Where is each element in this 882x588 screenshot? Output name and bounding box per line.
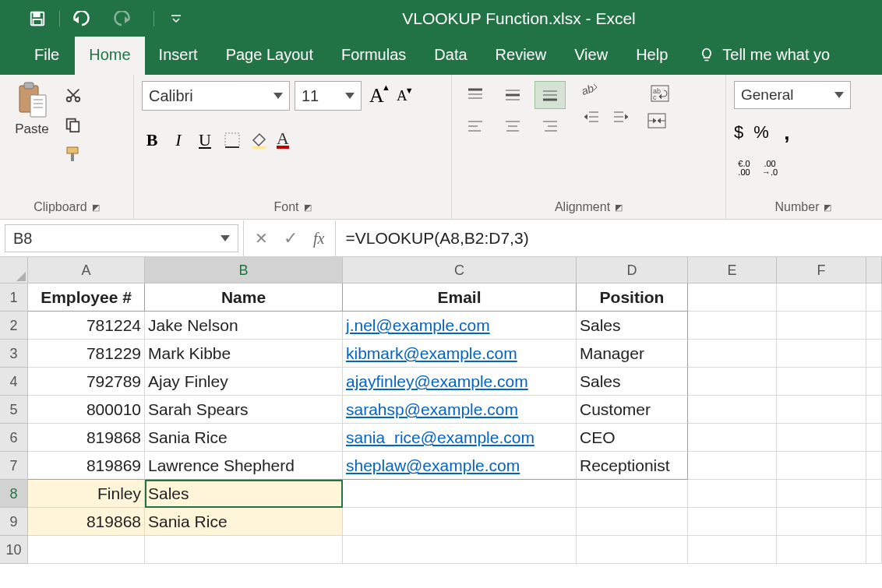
cell-C1[interactable]: Email xyxy=(343,283,577,312)
col-header-C[interactable]: C xyxy=(343,257,577,283)
cell-C2[interactable]: j.nel@example.com xyxy=(343,312,577,340)
cell-A8[interactable]: Finley xyxy=(28,480,145,508)
cell-C3[interactable]: kibmark@example.com xyxy=(343,340,577,368)
cell-B3[interactable]: Mark Kibbe xyxy=(145,340,343,368)
font-launcher-icon[interactable]: ◩ xyxy=(304,202,312,213)
cell-B1[interactable]: Name xyxy=(145,283,343,312)
cell-D1[interactable]: Position xyxy=(577,283,688,312)
borders-button[interactable] xyxy=(224,132,243,149)
bold-button[interactable]: B xyxy=(142,128,162,153)
tell-me[interactable]: Tell me what yo xyxy=(685,36,844,75)
clipboard-launcher-icon[interactable]: ◩ xyxy=(92,202,100,213)
cell-A3[interactable]: 781229 xyxy=(28,340,145,368)
alignment-launcher-icon[interactable]: ◩ xyxy=(615,202,623,213)
align-top-button[interactable] xyxy=(460,81,491,109)
comma-button[interactable]: , xyxy=(777,120,797,145)
row-header-10[interactable]: 10 xyxy=(0,536,28,564)
cell-E1[interactable] xyxy=(688,283,777,312)
row-header-7[interactable]: 7 xyxy=(0,452,28,480)
cell-B10[interactable] xyxy=(145,536,343,564)
redo-button[interactable] xyxy=(111,4,132,33)
row-header-1[interactable]: 1 xyxy=(0,283,28,312)
tab-help[interactable]: Help xyxy=(622,37,682,75)
currency-button[interactable]: $ xyxy=(734,122,746,143)
save-icon[interactable] xyxy=(26,4,48,33)
cell-A9[interactable]: 819868 xyxy=(28,508,145,536)
paste-button[interactable]: Paste xyxy=(8,81,56,140)
name-box[interactable]: B8 xyxy=(5,224,238,252)
cell-B7[interactable]: Lawrence Shepherd xyxy=(145,452,343,480)
cell-B8[interactable]: Sales xyxy=(145,480,343,508)
cell-C5[interactable]: sarahsp@example.com xyxy=(343,396,577,424)
cell-A7[interactable]: 819869 xyxy=(28,452,145,480)
tab-insert[interactable]: Insert xyxy=(145,37,212,75)
row-header-9[interactable]: 9 xyxy=(0,508,28,536)
cell-C4[interactable]: ajayfinley@example.com xyxy=(343,368,577,396)
align-bottom-button[interactable] xyxy=(534,81,566,109)
align-center-button[interactable] xyxy=(497,112,528,140)
increase-decimal-button[interactable]: €.0.00 xyxy=(734,156,754,181)
tab-review[interactable]: Review xyxy=(482,37,561,75)
tab-page-layout[interactable]: Page Layout xyxy=(212,37,327,75)
merge-button[interactable] xyxy=(647,112,673,129)
cell-C9[interactable] xyxy=(343,508,577,536)
cell-B5[interactable]: Sarah Spears xyxy=(145,396,343,424)
cell-A4[interactable]: 792789 xyxy=(28,368,145,396)
col-header-F[interactable]: F xyxy=(777,257,866,283)
cell-B6[interactable]: Sania Rice xyxy=(145,424,343,452)
orientation-button[interactable]: ab xyxy=(580,81,633,98)
row-header-2[interactable]: 2 xyxy=(0,312,28,340)
cancel-formula-button[interactable]: ✕ xyxy=(255,229,268,248)
format-painter-button[interactable] xyxy=(62,143,84,165)
tab-data[interactable]: Data xyxy=(420,37,481,75)
tab-file[interactable]: File xyxy=(19,37,75,75)
formula-input[interactable]: =VLOOKUP(A8,B2:D7,3) xyxy=(336,229,882,248)
col-header-E[interactable]: E xyxy=(688,257,777,283)
percent-button[interactable]: % xyxy=(750,120,772,145)
cell-A2[interactable]: 781224 xyxy=(28,312,145,340)
cell-C7[interactable]: sheplaw@example.com xyxy=(343,452,577,480)
cut-button[interactable] xyxy=(62,84,84,106)
tab-view[interactable]: View xyxy=(560,37,622,75)
align-left-button[interactable] xyxy=(460,112,491,140)
copy-button[interactable] xyxy=(62,114,84,136)
cell-A1[interactable]: Employee # xyxy=(28,283,145,312)
decrease-font-button[interactable]: A▼ xyxy=(392,83,412,108)
row-header-5[interactable]: 5 xyxy=(0,396,28,424)
customize-qat-icon[interactable] xyxy=(165,4,187,33)
row-header-4[interactable]: 4 xyxy=(0,368,28,396)
select-all-corner[interactable] xyxy=(0,257,28,283)
cell-A5[interactable]: 800010 xyxy=(28,396,145,424)
cell-D10[interactable] xyxy=(577,536,688,564)
underline-button[interactable]: U xyxy=(195,128,215,153)
tab-formulas[interactable]: Formulas xyxy=(327,37,420,75)
row-header-8[interactable]: 8 xyxy=(0,480,28,508)
increase-indent-button[interactable] xyxy=(609,104,633,129)
row-header-3[interactable]: 3 xyxy=(0,340,28,368)
cell-F1[interactable] xyxy=(777,283,866,312)
font-size-selector[interactable]: 11 xyxy=(295,81,362,111)
align-middle-button[interactable] xyxy=(497,81,528,109)
cell-B4[interactable]: Ajay Finley xyxy=(145,368,343,396)
cell-D4[interactable]: Sales xyxy=(577,368,688,396)
align-right-button[interactable] xyxy=(534,112,566,140)
cell-D5[interactable]: Customer xyxy=(577,396,688,424)
cell-D7[interactable]: Receptionist xyxy=(577,452,688,480)
cell-D8[interactable] xyxy=(577,480,688,508)
row-header-6[interactable]: 6 xyxy=(0,424,28,452)
cell-D6[interactable]: CEO xyxy=(577,424,688,452)
cell-A10[interactable] xyxy=(28,536,145,564)
insert-function-button[interactable]: fx xyxy=(313,230,324,248)
cell-C6[interactable]: sania_rice@example.com xyxy=(343,424,577,452)
cell-D9[interactable] xyxy=(577,508,688,536)
undo-button[interactable] xyxy=(71,4,93,33)
cell-D2[interactable]: Sales xyxy=(577,312,688,340)
wrap-text-button[interactable]: abc xyxy=(647,81,673,106)
italic-button[interactable]: I xyxy=(168,128,189,153)
cell-A6[interactable]: 819868 xyxy=(28,424,145,452)
decrease-indent-button[interactable] xyxy=(580,104,603,129)
decrease-decimal-button[interactable]: .00→.0 xyxy=(759,156,781,181)
cell-D3[interactable]: Manager xyxy=(577,340,688,368)
number-launcher-icon[interactable]: ◩ xyxy=(824,202,831,213)
font-name-selector[interactable]: Calibri xyxy=(142,81,290,111)
